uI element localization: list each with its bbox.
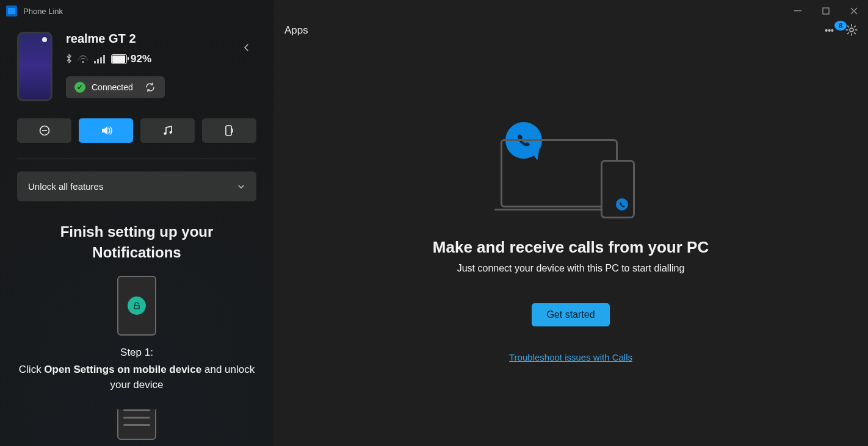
unlock-features-row[interactable]: Unlock all features (17, 171, 256, 201)
sound-icon (99, 124, 113, 137)
get-started-button[interactable]: Get started (532, 303, 609, 326)
connection-status-label: Connected (92, 82, 133, 92)
window-title: Phone Link (23, 7, 63, 16)
svg-rect-3 (42, 130, 47, 131)
connection-status-chip[interactable]: ✓ Connected (66, 76, 165, 98)
settings-list-illustration (117, 409, 156, 440)
dnd-toggle[interactable] (17, 118, 71, 143)
svg-point-7 (850, 28, 853, 32)
phone-mirror-toggle[interactable] (202, 118, 256, 143)
unlock-features-label: Unlock all features (28, 181, 103, 192)
dnd-icon (38, 124, 51, 137)
hero-subtitle: Just connect your device with this PC to… (273, 263, 868, 274)
step-description: Click Open Settings on mobile device and… (17, 362, 256, 392)
sidebar-collapse-button[interactable] (237, 38, 256, 57)
svg-rect-1 (823, 8, 829, 14)
troubleshoot-link[interactable]: Troubleshoot issues with Calls (273, 352, 868, 362)
battery-percent: 92% (131, 53, 151, 65)
refresh-icon (145, 82, 156, 93)
window-minimize-button[interactable] (784, 0, 812, 22)
chevron-left-icon (242, 43, 251, 52)
svg-rect-6 (226, 126, 231, 135)
bluetooth-icon (66, 54, 72, 65)
window-close-button[interactable] (840, 0, 868, 22)
device-status-icons: 92% (66, 53, 165, 65)
sound-toggle[interactable] (79, 118, 133, 143)
calls-hero: Make and receive calls from your PC Just… (273, 122, 868, 362)
gear-icon (845, 23, 858, 37)
music-toggle[interactable] (140, 118, 195, 143)
device-name: realme GT 2 (66, 32, 165, 46)
window-maximize-button[interactable] (812, 0, 840, 22)
divider (17, 159, 256, 159)
notifications-button[interactable]: ••• 8 (825, 26, 834, 35)
svg-rect-0 (794, 10, 801, 11)
notifications-setup: Finish setting up your Notifications Ste… (17, 223, 256, 440)
quick-action-row (17, 118, 256, 143)
unlock-icon (128, 297, 146, 315)
main-content: Apps ••• 8 (273, 0, 868, 446)
unlock-phone-illustration (117, 276, 156, 336)
mini-call-icon (616, 198, 628, 210)
svg-point-5 (169, 131, 172, 134)
battery-indicator: 92% (111, 53, 151, 65)
tab-apps[interactable]: Apps (282, 20, 311, 41)
app-icon (6, 5, 17, 16)
setup-heading-line1: Finish setting up your (17, 223, 256, 240)
phone-device-icon (601, 160, 635, 218)
settings-button[interactable] (845, 23, 858, 38)
calls-illustration (501, 122, 641, 220)
battery-icon (111, 54, 127, 64)
svg-point-4 (164, 132, 166, 135)
music-icon (162, 124, 174, 137)
refresh-button[interactable] (144, 81, 156, 93)
phone-mirror-icon (223, 124, 236, 137)
titlebar: Phone Link (0, 0, 868, 22)
device-thumbnail[interactable] (17, 32, 52, 101)
sidebar-panel: realme GT 2 92% ✓ Connected (0, 0, 273, 446)
step-label: Step 1: (17, 347, 256, 359)
device-header: realme GT 2 92% ✓ Connected (17, 32, 256, 101)
signal-icon (94, 55, 105, 63)
dots-icon: ••• (825, 26, 834, 35)
wifi-icon (78, 56, 88, 63)
setup-heading-line2: Notifications (17, 244, 256, 261)
check-circle-icon: ✓ (74, 82, 85, 93)
hero-title: Make and receive calls from your PC (273, 238, 868, 257)
chevron-down-icon (237, 182, 245, 191)
